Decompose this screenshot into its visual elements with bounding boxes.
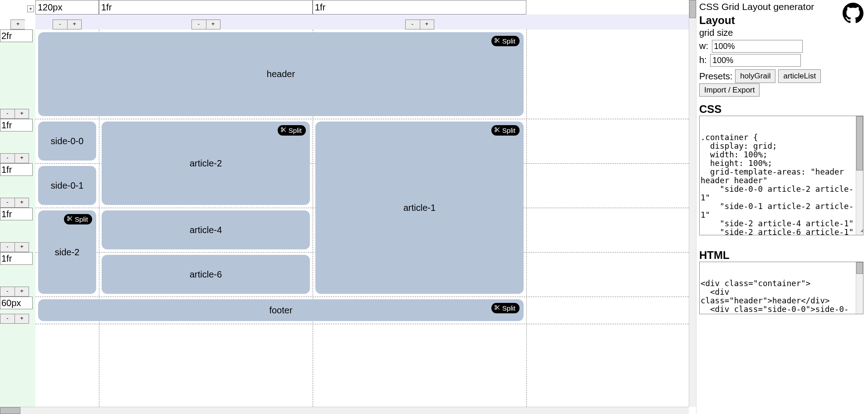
- top-row-add: +: [0, 15, 35, 29]
- split-button-side-2[interactable]: Split: [64, 214, 92, 224]
- row-remove-5[interactable]: -: [0, 314, 15, 324]
- preset-holygrail-button[interactable]: holyGrail: [735, 69, 775, 83]
- row-size-input-0[interactable]: [0, 29, 33, 42]
- col-size-input-1[interactable]: [99, 0, 313, 15]
- row-add-4[interactable]: +: [15, 287, 29, 297]
- origin-add-button[interactable]: +: [27, 5, 34, 12]
- row-add-3[interactable]: +: [15, 242, 29, 252]
- html-output-box[interactable]: <div class="container"> <div class="head…: [699, 262, 863, 314]
- row-size-input-3[interactable]: [0, 208, 33, 220]
- scissors-icon: [67, 215, 73, 223]
- preset-articlelist-button[interactable]: articleList: [778, 69, 821, 83]
- cell-label: article-4: [190, 225, 222, 235]
- row-add-2[interactable]: +: [15, 198, 29, 208]
- cell-label: side-0-1: [51, 180, 83, 191]
- cell-header[interactable]: headerSplit: [38, 32, 524, 116]
- canvas-wrapper: + + -+-+-+ -+-+-+-+-+-+ headerSplitside-…: [0, 0, 696, 414]
- row-size-input-1[interactable]: [0, 119, 33, 132]
- scissors-icon: [494, 37, 500, 45]
- split-button-article-1[interactable]: Split: [491, 125, 520, 136]
- html-box-scrollbar[interactable]: [856, 262, 863, 314]
- cell-article-6[interactable]: article-6: [102, 255, 310, 294]
- col-add-2[interactable]: +: [420, 19, 434, 29]
- scissors-icon: [494, 304, 500, 312]
- css-box-scrollbar[interactable]: [856, 116, 863, 235]
- cell-footer[interactable]: footerSplit: [38, 299, 524, 321]
- row-add-1[interactable]: +: [15, 153, 29, 163]
- app-title: CSS Grid Layout generator: [699, 1, 863, 12]
- row-remove-1[interactable]: -: [0, 153, 15, 163]
- github-icon[interactable]: [843, 3, 863, 24]
- split-button-article-2[interactable]: Split: [278, 125, 306, 136]
- row-size-input-5[interactable]: [0, 297, 33, 309]
- col-add-0[interactable]: +: [67, 19, 82, 29]
- grid-width-input[interactable]: [712, 40, 803, 53]
- col-remove-1[interactable]: -: [191, 19, 206, 29]
- grid-height-input[interactable]: [710, 54, 801, 67]
- row-add-0[interactable]: +: [15, 109, 29, 119]
- html-output-text: <div class="container"> <div class="head…: [701, 279, 863, 314]
- cell-side-2[interactable]: side-2Split: [38, 210, 96, 294]
- scissors-icon: [280, 127, 287, 134]
- layout-heading: Layout: [699, 14, 863, 27]
- row-remove-4[interactable]: -: [0, 287, 15, 297]
- cell-article-1[interactable]: article-1Split: [315, 122, 524, 294]
- css-output-box[interactable]: .container { display: grid; width: 100%;…: [699, 116, 863, 235]
- cell-side-0-1[interactable]: side-0-1: [38, 166, 96, 205]
- split-button-header[interactable]: Split: [491, 36, 520, 46]
- grid-size-label: grid size: [699, 28, 863, 38]
- cell-label: footer: [269, 305, 292, 316]
- cell-label: article-6: [190, 269, 222, 280]
- col-add-1[interactable]: +: [206, 19, 221, 29]
- cell-label: side-0-0: [51, 136, 83, 146]
- import-export-button[interactable]: Import / Export: [699, 83, 760, 97]
- canvas-vscrollbar[interactable]: [689, 0, 696, 407]
- scissors-icon: [494, 127, 500, 134]
- grid-canvas: + + -+-+-+ -+-+-+-+-+-+ headerSplitside-…: [0, 0, 689, 407]
- css-heading: CSS: [699, 103, 863, 116]
- canvas-hscrollbar[interactable]: [0, 407, 689, 414]
- resize-grip-icon[interactable]: ◢: [860, 226, 863, 234]
- split-button-footer[interactable]: Split: [491, 303, 520, 313]
- cell-label: article-1: [403, 203, 436, 213]
- cell-side-0-0[interactable]: side-0-0: [38, 122, 96, 161]
- col-size-input-0[interactable]: [35, 0, 99, 15]
- col-size-input-2[interactable]: [313, 0, 526, 15]
- cell-article-2[interactable]: article-2Split: [102, 122, 310, 205]
- cell-article-4[interactable]: article-4: [102, 210, 310, 249]
- cell-label: side-2: [55, 247, 79, 258]
- h-label: h:: [699, 55, 707, 65]
- add-row-top-button[interactable]: +: [10, 19, 25, 29]
- cell-label: article-2: [190, 158, 222, 169]
- row-add-5[interactable]: +: [15, 314, 29, 324]
- presets-label: Presets:: [699, 71, 732, 82]
- css-output-text: .container { display: grid; width: 100%;…: [701, 133, 863, 235]
- row-size-input-4[interactable]: [0, 252, 33, 265]
- w-label: w:: [699, 41, 708, 51]
- html-heading: HTML: [699, 249, 863, 262]
- side-panel: CSS Grid Layout generator Layout grid si…: [696, 0, 868, 414]
- row-remove-2[interactable]: -: [0, 198, 15, 208]
- cell-label: header: [267, 69, 295, 79]
- col-remove-0[interactable]: -: [53, 19, 67, 29]
- row-remove-3[interactable]: -: [0, 242, 15, 252]
- row-remove-0[interactable]: -: [0, 109, 15, 119]
- col-remove-2[interactable]: -: [405, 19, 420, 29]
- row-size-input-2[interactable]: [0, 163, 33, 176]
